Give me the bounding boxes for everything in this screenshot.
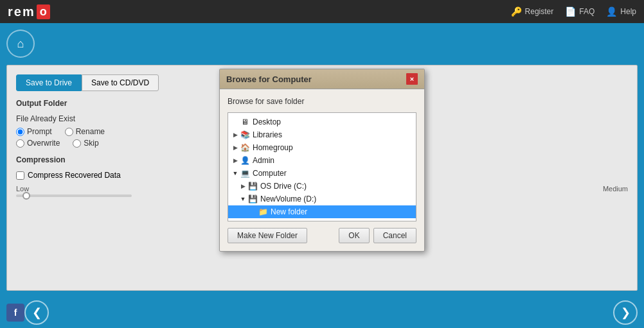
new-folder-arrow	[249, 207, 258, 216]
dialog-buttons-wrapper: Make New Folder OK Cancel	[228, 228, 416, 243]
help-label: Help	[620, 7, 636, 16]
bottom-bar: f ❮ ❯	[0, 297, 644, 328]
back-arrow-icon: ❮	[32, 306, 42, 320]
back-button[interactable]: ❮	[24, 300, 49, 325]
cancel-button[interactable]: Cancel	[373, 228, 416, 243]
tree-item-admin[interactable]: ▶ 👤 Admin	[228, 154, 416, 167]
dialog-title: Browse for Computer	[226, 74, 312, 84]
new-folder-label: New folder	[271, 207, 307, 216]
tree-item-libraries[interactable]: ▶ 📚 Libraries	[228, 128, 416, 141]
dialog-body: Browse for save folder 🖥 Desktop ▶ 📚 Lib…	[220, 89, 424, 251]
tree-container[interactable]: 🖥 Desktop ▶ 📚 Libraries ▶ 🏠 Homegroup	[228, 112, 416, 221]
logo: rem o	[8, 4, 50, 19]
forward-button[interactable]: ❯	[613, 300, 638, 325]
dialog-action-buttons: OK Cancel	[339, 228, 416, 243]
libraries-icon: 📚	[240, 130, 250, 140]
dialog-close-button[interactable]: ×	[406, 73, 418, 85]
desktop-icon: 🖥	[240, 117, 250, 127]
register-nav-item[interactable]: 🔑 Register	[511, 6, 554, 17]
homegroup-arrow: ▶	[231, 143, 240, 152]
dialog-titlebar: Browse for Computer ×	[220, 69, 424, 89]
new-folder-icon: 📁	[258, 207, 268, 217]
ok-button[interactable]: OK	[339, 228, 369, 243]
desktop-label: Desktop	[253, 117, 281, 126]
logo-text: rem	[8, 4, 35, 19]
dialog-overlay: Browse for Computer × Browse for save fo…	[0, 23, 644, 297]
tree-item-new-folder[interactable]: 📁 New folder	[228, 205, 416, 218]
homegroup-label: Homegroup	[253, 143, 293, 152]
os-drive-label: OS Drive (C:)	[260, 182, 307, 191]
faq-label: FAQ	[579, 7, 595, 16]
forward-arrow-icon: ❯	[621, 306, 631, 320]
register-label: Register	[525, 7, 554, 16]
faq-nav-item[interactable]: 📄 FAQ	[565, 6, 595, 17]
os-drive-icon: 💾	[247, 181, 258, 191]
computer-icon: 💻	[240, 168, 250, 178]
top-bar: rem o 🔑 Register 📄 FAQ 👤 Help	[0, 0, 644, 23]
help-nav-item[interactable]: 👤 Help	[606, 6, 636, 17]
admin-arrow: ▶	[231, 156, 240, 165]
facebook-button[interactable]: f	[6, 304, 24, 322]
tree-item-desktop[interactable]: 🖥 Desktop	[228, 116, 416, 128]
tree-item-computer[interactable]: ▼ 💻 Computer	[228, 167, 416, 180]
computer-label: Computer	[253, 169, 287, 178]
logo-box: o	[37, 4, 50, 19]
faq-icon: 📄	[565, 6, 576, 17]
help-icon: 👤	[606, 6, 617, 17]
libraries-arrow: ▶	[231, 130, 240, 139]
libraries-label: Libraries	[253, 130, 282, 139]
os-drive-arrow: ▶	[238, 182, 247, 191]
new-volume-arrow: ▼	[238, 194, 247, 203]
homegroup-icon: 🏠	[240, 142, 250, 153]
admin-icon: 👤	[240, 155, 250, 166]
dialog-subtitle: Browse for save folder	[228, 97, 416, 106]
tree-item-homegroup[interactable]: ▶ 🏠 Homegroup	[228, 141, 416, 154]
admin-label: Admin	[253, 156, 274, 165]
desktop-arrow	[231, 117, 240, 126]
facebook-icon: f	[14, 307, 17, 318]
new-volume-icon: 💾	[247, 194, 258, 204]
new-volume-label: NewVolume (D:)	[260, 194, 316, 203]
make-new-folder-button[interactable]: Make New Folder	[228, 228, 307, 243]
browse-dialog: Browse for Computer × Browse for save fo…	[219, 69, 425, 252]
tree-item-new-volume[interactable]: ▼ 💾 NewVolume (D:)	[228, 193, 416, 205]
computer-arrow: ▼	[231, 169, 240, 178]
top-nav: 🔑 Register 📄 FAQ 👤 Help	[511, 6, 636, 17]
main-area: ⌂ Save to Drive Save to CD/DVD Output Fo…	[0, 23, 644, 297]
register-icon: 🔑	[511, 6, 522, 17]
tree-item-os-drive[interactable]: ▶ 💾 OS Drive (C:)	[228, 180, 416, 193]
